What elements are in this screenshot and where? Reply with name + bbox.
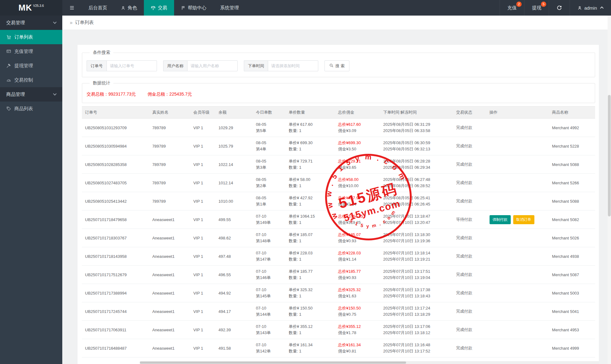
- sidebar-item-withdraw-management[interactable]: 提现管理: [0, 59, 62, 73]
- order-time: 2025年07月10日 13:18:14: [383, 250, 450, 256]
- column-header: 操作: [486, 106, 549, 119]
- total-commission-cell: 总价¥325.32佣金¥1.63: [335, 284, 380, 302]
- balance-cell: 1012.14: [215, 174, 253, 192]
- search-button[interactable]: 搜 索: [324, 60, 349, 71]
- real-name-cell: Aneasweet1: [149, 247, 190, 266]
- table-row: UB2507101717245744Aneasweet1VIP 1494.170…: [82, 302, 595, 321]
- unit-price-cell: 单价¥ 427.92数量: 1: [286, 192, 335, 210]
- refresh-button[interactable]: [549, 0, 570, 16]
- status-cell: 完成付款: [453, 119, 486, 137]
- real-name-cell: Aneasweet1: [149, 210, 190, 229]
- unit-price-cell: 单价¥ 325.32数量: 1: [286, 284, 335, 302]
- sidebar-item-trade-control[interactable]: 交易控制: [0, 73, 62, 87]
- vip-level-cell: VIP 1: [190, 229, 216, 247]
- tab-trade[interactable]: 交易: [144, 0, 174, 16]
- tab-system[interactable]: 系统管理: [213, 0, 246, 16]
- order-time-input[interactable]: [268, 60, 318, 71]
- real-name-cell: Aneasweet1: [149, 284, 190, 302]
- total-amount-stat: 交易总额：9923177.73元: [87, 92, 136, 97]
- quantity: 数量: 1: [289, 164, 332, 171]
- today-orders-cell: 07-10第149单: [253, 210, 286, 229]
- vip-level-cell: VIP 1: [190, 247, 216, 266]
- group-label: 商品管理: [6, 92, 25, 97]
- tab-dashboard[interactable]: 后台首页: [82, 0, 114, 16]
- search-icon: [329, 63, 334, 69]
- status-cell: 完成付款: [453, 339, 486, 357]
- order-no-cell: UB2507101716274829: [82, 357, 149, 364]
- order-date: 08-05: [256, 121, 282, 128]
- order-date: 07-10: [256, 250, 282, 256]
- order-time: 2025年07月10日 13:18:30: [383, 232, 450, 238]
- today-orders-cell: 08-05第4单: [253, 137, 286, 155]
- today-orders-cell: 07-10第145单: [253, 284, 286, 302]
- order-time: 2025年07月10日 13:17:51: [383, 268, 450, 275]
- horizontal-scrollbar[interactable]: [140, 361, 599, 364]
- tab-roles[interactable]: 角色: [114, 0, 144, 16]
- username-input[interactable]: [187, 60, 238, 71]
- total-price: 总价¥699.30: [338, 140, 377, 146]
- order-time-field-label: 下单时间: [244, 60, 268, 71]
- status-cell: 等待付款: [453, 210, 486, 229]
- table-row: UB2507101718479658Aneasweet1VIP 1499.550…: [82, 210, 595, 229]
- unit-price: 单价¥ 1064.15: [289, 213, 332, 220]
- unit-price-cell: 单价¥ 185.07数量: 1: [286, 229, 335, 247]
- order-seq: 第149单: [256, 220, 282, 226]
- sidebar-group-product-management[interactable]: 商品管理: [0, 87, 62, 102]
- cancel-order-button[interactable]: 取消订单: [513, 215, 534, 224]
- vertical-scrollbar-thumb[interactable]: [608, 95, 611, 216]
- tag-icon: [6, 106, 11, 111]
- quantity: 数量: 1: [289, 348, 332, 354]
- sidebar-group-trade-management[interactable]: 交易管理: [0, 16, 62, 30]
- quantity: 数量: 1: [289, 256, 332, 262]
- real-name-cell: 789789: [149, 137, 190, 155]
- total-price: 总价¥185.07: [338, 232, 377, 238]
- order-no-cell: UB2507101718479658: [82, 210, 149, 229]
- unit-price-cell: 单价¥ 617.60数量: 1: [286, 119, 335, 137]
- status-cell: 完成付款: [453, 247, 486, 266]
- vertical-scrollbar[interactable]: [608, 16, 611, 364]
- sidebar-collapse-button[interactable]: [62, 0, 82, 16]
- column-header: 今日单数: [253, 106, 286, 119]
- sidebar-item-product-list[interactable]: 商品列表: [0, 102, 62, 116]
- user-icon: [577, 6, 582, 10]
- force-pay-button[interactable]: 强制付款: [490, 215, 511, 224]
- actions-cell: [486, 155, 549, 174]
- column-header: 交易状态: [453, 106, 486, 119]
- username-field-group: 用户名称: [163, 60, 238, 71]
- chevron-down-icon: [53, 20, 56, 24]
- recharge-button[interactable]: 充值 2: [500, 0, 524, 16]
- chevron-down-icon: [53, 92, 56, 95]
- vip-level-cell: VIP 1: [190, 321, 216, 339]
- order-no-input[interactable]: [107, 60, 157, 71]
- chevron-up-icon: [600, 7, 604, 10]
- user-menu[interactable]: admin: [570, 0, 611, 16]
- withdraw-button[interactable]: 提现 5: [524, 0, 549, 16]
- actions-cell: [486, 174, 549, 192]
- sidebar-item-order-list[interactable]: 订单列表: [0, 30, 62, 44]
- total-price: 总价¥427.92: [338, 195, 377, 201]
- tab-help-center[interactable]: 帮助中心: [174, 0, 213, 16]
- sidebar-item-label: 提现管理: [14, 63, 33, 69]
- horizontal-scrollbar-thumb[interactable]: [140, 362, 406, 364]
- total-price: 总价¥325.32: [338, 287, 377, 293]
- status-cell: 完成付款: [453, 229, 486, 247]
- total-amount-label: 交易总额：: [87, 92, 108, 97]
- today-orders-cell: 07-10第142单: [253, 339, 286, 357]
- total-commission-cell: 总价¥729.71佣金¥3.65: [335, 155, 380, 174]
- commission: 佣金¥2.14: [338, 201, 377, 207]
- total-commission-cell: 总价¥427.92佣金¥2.14: [335, 192, 380, 210]
- table-row: UB2508051030594984789789VIP 11025.7908-0…: [82, 137, 595, 155]
- commission: 佣金¥10.00: [338, 183, 377, 189]
- total-price: 总价¥150.50: [338, 305, 377, 311]
- unit-price-cell: 单价¥ 729.71数量: 1: [286, 155, 335, 174]
- sidebar-item-recharge-management[interactable]: 充值管理: [0, 44, 62, 59]
- time-cell: 2025年07月10日 13:18:142025年07月10日 13:19:21: [380, 247, 453, 266]
- order-time: 2025年07月10日 13:17:06: [383, 324, 450, 330]
- tab-label: 交易: [158, 5, 167, 11]
- sidebar-item-label: 充值管理: [14, 49, 33, 54]
- table-row: UB2508051025413442789789VIP 11010.0008-0…: [82, 192, 595, 210]
- username-label: admin: [584, 5, 597, 11]
- status-cell: 完成付款: [453, 321, 486, 339]
- today-orders-cell: 08-05第3单: [253, 155, 286, 174]
- quantity: 数量: 1: [289, 220, 332, 226]
